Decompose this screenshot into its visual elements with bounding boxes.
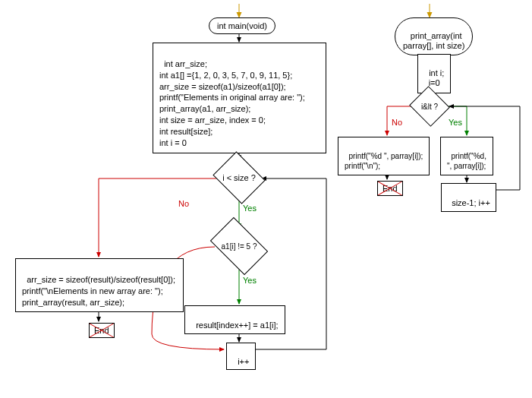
sub-end-text: End xyxy=(382,184,398,193)
sub-left: printf("%d ", parray[i]); printf("\n"); xyxy=(338,137,430,175)
main-cond1-yes: Yes xyxy=(243,204,257,213)
main-cond2-yes: Yes xyxy=(243,276,257,285)
main-final-text: arr_size = sizeof(result)/sizeof(result[… xyxy=(22,275,175,307)
main-inc: i++ xyxy=(226,343,256,370)
sub-cond: i&lt ? xyxy=(414,93,445,120)
main-inc-text: i++ xyxy=(238,357,249,366)
sub-end: End xyxy=(377,181,403,196)
sub-right: printf("%d, ", parray[i]); xyxy=(440,137,493,175)
main-assign-text: result[index++] = a1[i]; xyxy=(196,321,279,330)
main-cond2: a1[i] != 5 ? xyxy=(215,229,263,263)
sub-start-label: print_array(int parray[], int size) xyxy=(403,31,464,50)
main-cond1-no: No xyxy=(178,199,189,208)
sub-right-text: printf("%d, ", parray[i]); xyxy=(447,152,486,170)
sub-cond-no: No xyxy=(392,118,402,127)
main-cond1-text: i < size ? xyxy=(222,173,256,182)
main-block1: int arr_size; int a1[] ={1, 2, 0, 3, 5, … xyxy=(153,43,326,153)
sub-inc-text: size-1; i++ xyxy=(452,198,490,207)
sub-init-text: int i; i=0 xyxy=(429,68,445,87)
main-cond1: i < size ? xyxy=(219,161,260,194)
main-start: int main(void) xyxy=(209,17,275,34)
main-start-label: int main(void) xyxy=(217,21,267,30)
main-cond2-text: a1[i] != 5 ? xyxy=(222,242,257,251)
sub-left-text: printf("%d ", parray[i]); printf("\n"); xyxy=(345,152,423,170)
main-end: End xyxy=(89,323,115,338)
sub-start: print_array(int parray[], int size) xyxy=(395,17,473,55)
sub-init: int i; i=0 xyxy=(417,54,451,93)
sub-cond-text: i&lt ? xyxy=(421,103,438,111)
sub-cond-yes: Yes xyxy=(449,118,462,127)
main-assign: result[index++] = a1[i]; xyxy=(184,305,285,334)
main-final: arr_size = sizeof(result)/sizeof(result[… xyxy=(15,258,184,312)
main-end-text: End xyxy=(94,326,109,335)
main-block1-text: int arr_size; int a1[] ={1, 2, 0, 3, 5, … xyxy=(159,59,305,147)
sub-inc: size-1; i++ xyxy=(441,183,496,212)
